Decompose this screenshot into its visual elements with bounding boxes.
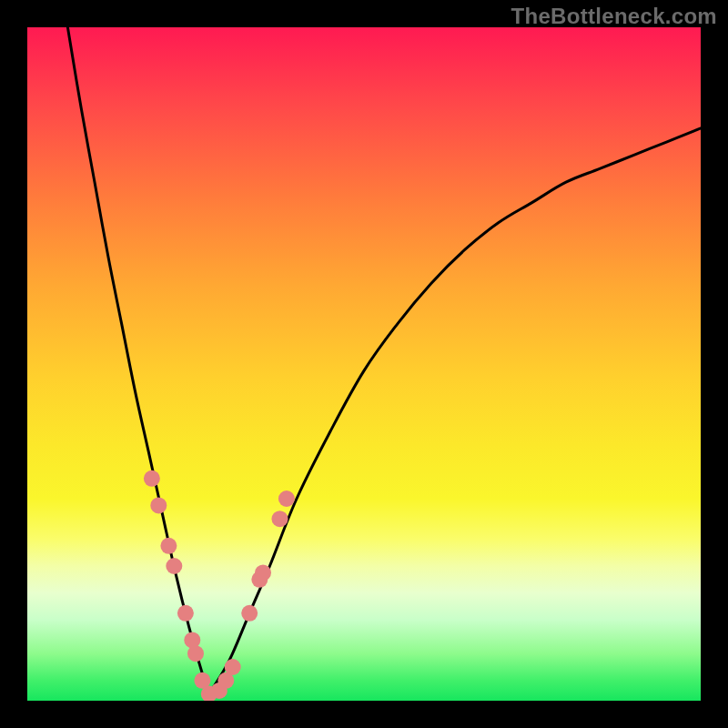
data-point — [241, 605, 258, 622]
data-point — [144, 470, 160, 487]
watermark-text: TheBottleneck.com — [511, 4, 717, 29]
curve-right-branch — [209, 128, 701, 694]
data-point — [187, 645, 204, 662]
data-point — [166, 558, 182, 574]
curve-group — [67, 27, 701, 694]
data-point — [278, 490, 295, 507]
data-point — [150, 497, 167, 513]
curve-left-branch — [67, 27, 208, 694]
dots-group — [144, 470, 295, 701]
plot-area — [27, 27, 701, 701]
chart-frame: TheBottleneck.com — [0, 0, 728, 728]
data-point — [225, 659, 241, 675]
data-point — [255, 564, 271, 581]
data-point — [160, 538, 177, 554]
data-point — [272, 511, 288, 527]
chart-svg — [27, 27, 701, 701]
data-point — [177, 605, 194, 622]
